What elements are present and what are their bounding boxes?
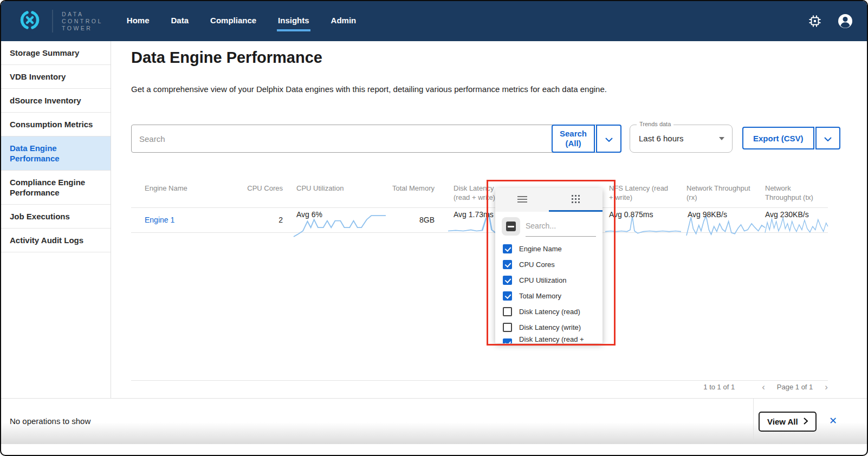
column-header-network-tx: Network Throughput (tx) <box>765 184 828 202</box>
engine-performance-table: Engine Name CPU Cores CPU Utilization To… <box>131 179 828 233</box>
page-description: Get a comprehensive view of your Delphix… <box>131 84 607 94</box>
tab-column-view[interactable] <box>549 188 603 212</box>
checkbox-icon[interactable] <box>503 291 512 301</box>
column-menu-item-disk-latency-write[interactable]: Disk Latency (write) <box>495 320 603 335</box>
checkbox-icon[interactable] <box>503 260 512 269</box>
logo[interactable]: DATA CONTROL TOWER <box>15 9 103 34</box>
sidebar-item-activity-audit-logs[interactable]: Activity Audit Logs <box>1 229 111 252</box>
footer-divider <box>753 399 754 442</box>
cpu-utilization-cell: Avg 6% <box>283 208 386 232</box>
operations-message: No operations to show <box>10 416 90 426</box>
toggle-all-columns-checkbox[interactable] <box>502 217 520 236</box>
view-all-label: View All <box>767 417 798 426</box>
network-rx-avg: Avg 98KB/s <box>688 210 727 219</box>
view-all-button[interactable]: View All <box>759 412 817 432</box>
nav-item-admin[interactable]: Admin <box>330 11 358 31</box>
column-menu-label: Engine Name <box>519 245 562 253</box>
page-title: Data Engine Performance <box>131 49 322 67</box>
account-icon[interactable] <box>838 14 853 29</box>
table-row: Engine 1 2 Avg 6% 8GB Avg 1.73ms Avg 0.8… <box>131 208 828 233</box>
trends-data-select[interactable]: Trends data Last 6 hours <box>630 125 733 153</box>
sidebar-item-compliance-engine-performance[interactable]: Compliance Engine Performance <box>1 171 111 205</box>
column-menu-label: Disk Latency (read + write) <box>519 335 595 344</box>
cpu-utilization-avg: Avg 6% <box>296 210 322 219</box>
brand-divider <box>52 10 53 32</box>
column-menu-label: Disk Latency (read) <box>519 308 580 316</box>
column-menu-item-cpu-utilization[interactable]: CPU Utilization <box>495 272 603 288</box>
trends-data-value: Last 6 hours <box>639 134 684 143</box>
operations-bar: No operations to show View All ✕ <box>1 398 867 444</box>
nfs-latency-avg: Avg 0.875ms <box>609 210 653 219</box>
table-header-row: Engine Name CPU Cores CPU Utilization To… <box>131 179 828 208</box>
cpu-cores-cell: 2 <box>239 208 283 232</box>
network-rx-cell: Avg 98KB/s <box>686 208 765 232</box>
engine-link[interactable]: Engine 1 <box>145 216 174 224</box>
checkbox-icon[interactable] <box>503 338 512 343</box>
sidebar-item-job-executions[interactable]: Job Executions <box>1 205 111 229</box>
network-tx-cell: Avg 230KB/s <box>765 208 828 232</box>
popup-search-field <box>526 212 596 241</box>
checkbox-icon[interactable] <box>503 244 512 253</box>
column-header-nfs-latency: NFS Latency (read + write) <box>589 184 686 202</box>
popup-search-row <box>495 212 603 241</box>
column-menu-label: Disk Latency (write) <box>519 323 581 331</box>
column-search-input[interactable] <box>526 212 596 230</box>
export-csv-button[interactable]: Export (CSV) <box>742 127 814 149</box>
checkbox-icon[interactable] <box>503 276 512 285</box>
close-icon[interactable]: ✕ <box>829 415 837 427</box>
indeterminate-checkbox-icon <box>506 222 516 231</box>
column-header-cpu-utilization: CPU Utilization <box>283 184 386 202</box>
sidebar-item-dsource-inventory[interactable]: dSource Inventory <box>1 89 111 113</box>
sidebar-item-vdb-inventory[interactable]: VDB Inventory <box>1 65 111 89</box>
column-menu-list: Engine Name CPU Cores CPU Utilization To… <box>495 241 603 343</box>
column-menu-item-cpu-cores[interactable]: CPU Cores <box>495 257 603 272</box>
nav-item-home[interactable]: Home <box>126 11 151 31</box>
pagination-summary: 1 to 1 of 1 <box>703 383 735 391</box>
app-window: DATA CONTROL TOWER Home Data Compliance … <box>0 0 868 456</box>
engine-name-cell: Engine 1 <box>131 208 239 232</box>
chevron-down-icon <box>824 134 832 143</box>
table-bottom-divider <box>131 380 828 381</box>
column-menu-label: CPU Utilization <box>519 276 566 284</box>
pagination: 1 to 1 of 1 ‹ Page 1 of 1 › <box>703 383 828 391</box>
sidebar-item-storage-summary[interactable]: Storage Summary <box>1 41 111 65</box>
popup-tabs <box>495 188 603 212</box>
total-memory-cell: 8GB <box>386 208 435 232</box>
tab-list-view[interactable] <box>495 188 549 212</box>
column-header-engine-name: Engine Name <box>131 184 239 202</box>
next-page-icon[interactable]: › <box>825 383 828 390</box>
sidebar-item-data-engine-performance[interactable]: Data Engine Performance <box>1 136 111 171</box>
nav-item-compliance[interactable]: Compliance <box>209 11 257 31</box>
column-menu-label: CPU Cores <box>519 260 555 269</box>
nfs-latency-cell: Avg 0.875ms <box>589 208 686 232</box>
search-options-button[interactable] <box>596 125 621 153</box>
nav-item-data[interactable]: Data <box>170 11 190 31</box>
search-input[interactable] <box>131 125 621 153</box>
search-bar: Search (All) <box>131 125 621 153</box>
chevron-right-icon <box>804 417 808 426</box>
nav-item-insights[interactable]: Insights <box>277 11 310 31</box>
column-menu-item-engine-name[interactable]: Engine Name <box>495 241 603 257</box>
column-selector-popup: Engine Name CPU Cores CPU Utilization To… <box>495 188 603 343</box>
trends-data-label: Trends data <box>637 121 673 127</box>
grid-icon <box>572 195 580 205</box>
column-menu-item-disk-latency-read[interactable]: Disk Latency (read) <box>495 304 603 320</box>
checkbox-icon[interactable] <box>503 307 512 316</box>
checkbox-icon[interactable] <box>503 323 512 332</box>
disk-latency-avg: Avg 1.73ms <box>454 210 494 219</box>
column-menu-item-disk-latency-read-write[interactable]: Disk Latency (read + write) <box>495 335 603 343</box>
top-navbar: DATA CONTROL TOWER Home Data Compliance … <box>1 1 867 41</box>
search-all-button[interactable]: Search (All) <box>552 125 595 153</box>
delphix-logo-icon <box>15 9 44 34</box>
brand-text: DATA CONTROL TOWER <box>62 11 103 32</box>
column-menu-item-total-memory[interactable]: Total Memory <box>495 288 603 304</box>
pagination-page-label: Page 1 of 1 <box>777 383 813 391</box>
export-options-button[interactable] <box>815 127 840 149</box>
prev-page-icon[interactable]: ‹ <box>762 383 765 390</box>
sidebar-item-consumption-metrics[interactable]: Consumption Metrics <box>1 113 111 136</box>
column-header-total-memory: Total Memory <box>386 184 435 202</box>
chip-icon[interactable] <box>808 15 821 28</box>
network-tx-avg: Avg 230KB/s <box>765 210 809 219</box>
main-content: Data Engine Performance Get a comprehens… <box>111 41 867 398</box>
column-header-network-rx: Network Throughput (rx) <box>686 184 765 202</box>
